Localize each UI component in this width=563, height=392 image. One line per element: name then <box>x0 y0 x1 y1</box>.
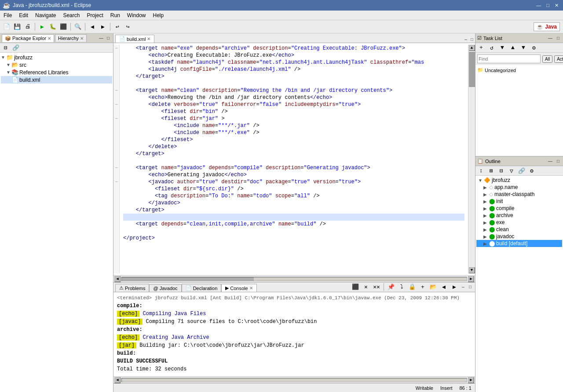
print-button[interactable]: 🖨 <box>23 22 33 32</box>
menu-run[interactable]: Run <box>107 11 124 20</box>
back-button[interactable]: ◀ <box>88 22 97 32</box>
console-new[interactable]: + <box>418 282 428 292</box>
link-editor-button[interactable]: 🔗 <box>11 43 21 53</box>
editor-minimize[interactable]: — <box>463 36 469 43</box>
task-uncategorized[interactable]: 📁 Uncategorized <box>477 67 561 73</box>
console-hscroll-track[interactable] <box>121 378 467 382</box>
new-button[interactable]: 📄 <box>2 22 11 32</box>
stop-button[interactable]: ⬛ <box>58 22 68 32</box>
expand-src[interactable]: ▼ <box>6 62 11 67</box>
outline-master-classpath[interactable]: ▶ ◇ master-classpath <box>476 191 562 198</box>
console-pin[interactable]: 📌 <box>386 282 396 292</box>
hierarchy-close[interactable]: ✕ <box>80 36 84 41</box>
tab-declaration[interactable]: 📄 Declaration <box>182 284 222 292</box>
editor-content[interactable]: − − − − − <box>113 43 475 275</box>
scroll-left[interactable]: ◀ <box>114 276 121 282</box>
outline-build-default[interactable]: ▶ ⬤ build [default] <box>476 240 562 247</box>
task-down[interactable]: ▼ <box>519 43 528 53</box>
scroll-up[interactable]: ▲ <box>469 45 475 51</box>
outline-settings2[interactable]: ⚙ <box>527 166 537 176</box>
undo-button[interactable]: ↩ <box>113 22 122 32</box>
console-content[interactable]: <terminated> jbrofuzz build.xml [Ant Bui… <box>113 292 475 376</box>
outline-compile[interactable]: ▶ ⬤ compile <box>476 205 562 212</box>
outline-sort[interactable]: ↕ <box>476 166 486 176</box>
editor-tab-close[interactable]: ✕ <box>147 36 150 41</box>
outline-clean[interactable]: ▶ ⬤ clean <box>476 226 562 233</box>
search-button[interactable]: 🔍 <box>73 22 83 32</box>
outline-jbrofuzz[interactable]: ▼ 🔶 jbrofuzz <box>476 177 562 184</box>
tree-item-referenced-libraries[interactable]: ▼ 📚 Referenced Libraries <box>1 69 112 76</box>
console-scroll-left[interactable]: ◀ <box>114 377 121 383</box>
outline-javadoc[interactable]: ▶ ⬤ javadoc <box>476 233 562 240</box>
outline-minimize[interactable]: — <box>547 158 553 164</box>
tree-item-jbrofuzz[interactable]: ▼ 📁 jbrofuzz <box>1 54 112 61</box>
task-sync[interactable]: ↺ <box>487 43 497 53</box>
fold-marker-delete[interactable]: − <box>113 101 119 108</box>
code-area[interactable]: <target name="exe" depends="archive" des… <box>120 45 468 273</box>
fold-marker-javadoc[interactable]: − <box>113 164 119 171</box>
task-up[interactable]: ▲ <box>508 43 518 53</box>
forward-button[interactable]: ▶ <box>98 22 108 32</box>
editor-tab-build-xml[interactable]: 📄 build.xml ✕ <box>115 35 154 43</box>
left-panel-maximize[interactable]: □ <box>105 35 111 41</box>
menu-search[interactable]: Search <box>59 11 83 20</box>
java-perspective-badge[interactable]: ☕ Java <box>534 22 560 31</box>
outline-sync[interactable]: 🔗 <box>517 166 526 176</box>
console-scrollbar[interactable]: ◀ ▶ <box>113 376 475 383</box>
scroll-right[interactable]: ▶ <box>468 276 474 282</box>
task-all-button[interactable]: All <box>542 55 552 63</box>
task-activate-button[interactable]: Activat... <box>554 55 563 63</box>
menu-navigate[interactable]: Navigate <box>32 11 59 20</box>
task-maximize[interactable]: □ <box>555 35 561 41</box>
console-remove[interactable]: ✕ <box>361 282 371 292</box>
title-bar-buttons[interactable]: — □ ✕ <box>534 3 560 8</box>
outline-maximize[interactable]: □ <box>555 158 561 164</box>
fold-marker-exe[interactable]: − <box>113 45 119 52</box>
redo-button[interactable]: ↪ <box>123 22 133 32</box>
outline-app-name[interactable]: ▶ ◇ app.name <box>476 184 562 191</box>
debug-button[interactable]: 🐛 <box>48 22 58 32</box>
task-add[interactable]: + <box>476 43 486 53</box>
outline-archive[interactable]: ▶ ⬤ archive <box>476 212 562 219</box>
scroll-thumb[interactable] <box>469 52 475 87</box>
expand-jbrofuzz[interactable]: ▼ <box>1 55 5 60</box>
console-terminate[interactable]: ⬛ <box>351 282 360 292</box>
fold-marker-fileset[interactable]: − <box>113 115 119 122</box>
menu-file[interactable]: File <box>0 11 15 20</box>
run-button[interactable]: ▶ <box>37 22 47 32</box>
menu-edit[interactable]: Edit <box>15 11 32 20</box>
outline-filter[interactable]: ▽ <box>507 166 516 176</box>
menu-help[interactable]: Help <box>150 11 168 20</box>
console-open-file[interactable]: 📂 <box>428 282 438 292</box>
tab-problems[interactable]: ⚠ Problems <box>115 284 149 292</box>
console-prev[interactable]: ◀ <box>439 282 449 292</box>
menu-window[interactable]: Window <box>124 11 150 20</box>
console-next[interactable]: ▶ <box>450 282 459 292</box>
console-word-wrap[interactable]: ⤵ <box>397 282 406 292</box>
collapse-all-button[interactable]: ⊟ <box>1 43 11 53</box>
console-close[interactable]: ✕ <box>249 286 253 290</box>
fold-marker-clean[interactable]: − <box>113 87 119 94</box>
hscroll-track[interactable] <box>121 277 467 281</box>
fold-marker-javadoc2[interactable]: − <box>113 178 119 185</box>
console-maximize[interactable]: □ <box>467 284 473 290</box>
console-scroll-right[interactable]: ▶ <box>468 377 474 383</box>
save-button[interactable]: 💾 <box>12 22 22 32</box>
tab-package-explorer[interactable]: 📦 Package Explor ✕ <box>2 34 54 42</box>
left-panel-minimize[interactable]: — <box>98 35 104 41</box>
expand-ref-libs[interactable]: ▼ <box>6 70 11 75</box>
console-remove-all[interactable]: ✕✕ <box>372 282 381 292</box>
tab-hierarchy[interactable]: Hierarchy ✕ <box>55 34 87 42</box>
outline-init[interactable]: ▶ ⬤ init <box>476 198 562 205</box>
task-search-input[interactable] <box>477 54 541 63</box>
task-filter[interactable]: ▼ <box>497 43 507 53</box>
horizontal-scrollbar[interactable]: ◀ ▶ <box>113 275 475 282</box>
task-minimize[interactable]: — <box>547 35 553 41</box>
console-minimize[interactable]: — <box>460 284 466 290</box>
tab-javadoc[interactable]: @ Javadoc <box>149 284 181 292</box>
scroll-down[interactable]: ▼ <box>469 267 475 273</box>
minimize-button[interactable]: — <box>534 3 543 8</box>
outline-exe[interactable]: ▶ ⬤ exe <box>476 219 562 226</box>
task-settings[interactable]: ⚙ <box>529 43 539 53</box>
tree-item-src[interactable]: ▼ 📂 src <box>1 61 112 69</box>
